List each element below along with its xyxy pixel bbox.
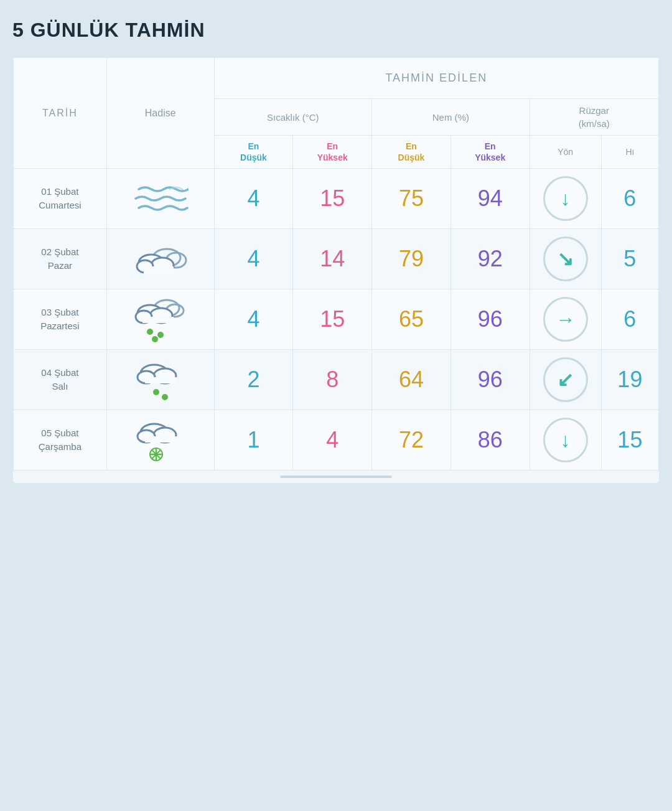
svg-point-19 (153, 389, 159, 395)
col-header-tarih: TARİH (14, 58, 107, 169)
table-row: 01 ŞubatCumartesi 4 15 75 94 ↓ (14, 169, 659, 229)
wind-dir-cell: ↘ (530, 229, 601, 289)
weather-icon-cell (106, 289, 214, 350)
svg-rect-18 (145, 377, 177, 383)
subheader-temp-low: En Düşük (214, 136, 293, 169)
temp-high-value: 14 (320, 246, 345, 271)
table-row: 03 ŞubatPazartesi 4 15 65 (14, 289, 659, 350)
nem-low-cell: 72 (372, 410, 451, 471)
wind-arrow-icon: ↓ (561, 187, 571, 210)
svg-point-13 (157, 332, 164, 338)
temp-high-value: 4 (326, 427, 338, 452)
weather-icon (133, 234, 189, 284)
nem-low-cell: 75 (372, 169, 451, 229)
subheader-hi: Hı (601, 136, 658, 169)
temp-high-value: 8 (326, 367, 338, 392)
col-header-sicaklik: Sıcaklık (°C) (214, 99, 371, 136)
svg-point-14 (152, 336, 158, 342)
date-cell: 03 ŞubatPazartesi (14, 289, 107, 350)
col-header-nem: Nem (%) (372, 99, 530, 136)
wind-arrow-icon: ↘ (557, 247, 574, 271)
weather-icon-cell (106, 169, 214, 229)
wind-speed-cell: 15 (601, 410, 658, 471)
weather-icon-cell (106, 410, 214, 471)
wind-dir-cell: → (530, 289, 601, 350)
nem-low-value: 65 (399, 306, 424, 332)
weather-icon (133, 355, 189, 405)
wind-speed-cell: 6 (601, 169, 658, 229)
forecast-table-wrapper: TARİH Hadise TAHMİN EDİLEN Sıcaklık (°C)… (12, 57, 660, 484)
weather-icon (133, 174, 189, 223)
nem-high-cell: 96 (450, 350, 530, 410)
scrollbar[interactable] (280, 476, 392, 478)
wind-arrow-icon: → (556, 308, 576, 331)
svg-point-12 (147, 329, 153, 335)
temp-high-cell: 4 (293, 410, 372, 471)
nem-low-cell: 64 (372, 350, 451, 410)
temp-low-value: 1 (247, 427, 259, 452)
wind-speed-value: 6 (623, 185, 636, 211)
wind-speed-value: 6 (623, 306, 636, 332)
table-row: 02 ŞubatPazar 4 14 79 92 (14, 229, 659, 289)
weather-icon-cell (106, 350, 214, 410)
nem-low-cell: 79 (372, 229, 451, 289)
temp-low-value: 4 (247, 246, 259, 271)
wind-direction-indicator: ↓ (543, 418, 588, 462)
wind-speed-value: 5 (623, 246, 636, 271)
wind-direction-indicator: → (543, 297, 588, 342)
subheader-temp-high: En Yüksek (293, 136, 372, 169)
nem-low-value: 79 (399, 246, 424, 271)
svg-rect-5 (144, 266, 174, 274)
nem-high-cell: 92 (450, 229, 530, 289)
weather-icon (133, 294, 189, 344)
svg-rect-11 (142, 317, 174, 323)
svg-rect-24 (145, 436, 177, 443)
page-title: 5 GÜNLÜK TAHMİN (12, 19, 660, 42)
wind-speed-cell: 5 (601, 229, 658, 289)
wind-speed-value: 19 (617, 367, 642, 392)
wind-dir-cell: ↙ (530, 350, 601, 410)
wind-speed-value: 15 (617, 427, 642, 452)
nem-high-value: 96 (478, 306, 503, 332)
nem-low-value: 75 (399, 185, 424, 211)
wind-direction-indicator: ↘ (543, 237, 588, 281)
date-cell: 02 ŞubatPazar (14, 229, 107, 289)
wind-arrow-icon: ↓ (561, 429, 571, 452)
nem-high-value: 86 (478, 427, 503, 452)
nem-high-cell: 94 (450, 169, 530, 229)
temp-high-value: 15 (320, 306, 345, 332)
date-cell: 01 ŞubatCumartesi (14, 169, 107, 229)
forecast-table: TARİH Hadise TAHMİN EDİLEN Sıcaklık (°C)… (13, 57, 659, 471)
wind-dir-cell: ↓ (530, 410, 601, 471)
temp-low-cell: 1 (214, 410, 293, 471)
temp-high-value: 15 (320, 185, 345, 211)
nem-low-value: 72 (399, 427, 424, 452)
weather-icon (133, 415, 189, 465)
col-header-hadise: Hadise (106, 58, 214, 169)
nem-high-value: 92 (478, 246, 503, 271)
temp-high-cell: 14 (293, 229, 372, 289)
col-header-ruzgar: Rüzgar (km/sa) (530, 99, 658, 136)
subheader-nem-high: En Yüksek (450, 136, 530, 169)
temp-low-value: 4 (247, 185, 259, 211)
subheader-yon: Yön (530, 136, 601, 169)
date-cell: 05 ŞubatÇarşamba (14, 410, 107, 471)
temp-low-cell: 2 (214, 350, 293, 410)
table-row: 05 ŞubatÇarşamba 1 4 72 (14, 410, 659, 471)
temp-low-value: 2 (247, 367, 259, 392)
wind-arrow-icon: ↙ (557, 368, 574, 391)
temp-low-cell: 4 (214, 229, 293, 289)
temp-high-cell: 15 (293, 289, 372, 350)
wind-speed-cell: 19 (601, 350, 658, 410)
svg-point-20 (162, 394, 168, 400)
wind-speed-cell: 6 (601, 289, 658, 350)
wind-direction-indicator: ↓ (543, 176, 588, 221)
nem-high-cell: 86 (450, 410, 530, 471)
wind-dir-cell: ↓ (530, 169, 601, 229)
date-cell: 04 ŞubatSalı (14, 350, 107, 410)
nem-low-cell: 65 (372, 289, 451, 350)
weather-icon-cell (106, 229, 214, 289)
table-row: 04 ŞubatSalı 2 8 64 96 (14, 350, 659, 410)
nem-high-value: 96 (478, 367, 503, 392)
nem-high-value: 94 (478, 185, 503, 211)
